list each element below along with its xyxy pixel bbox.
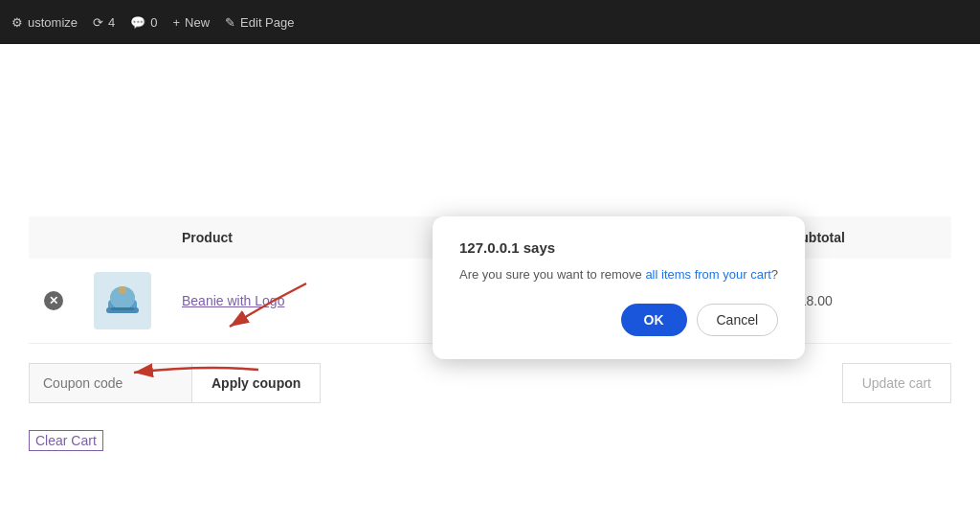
customize-label: ustomize [28,15,78,30]
new-label: New [185,15,210,30]
dialog-title: 127.0.0.1 says [459,239,778,256]
arrow-pointer [115,274,325,354]
cancel-button[interactable]: Cancel [697,304,779,336]
edit-page-label: Edit Page [240,15,294,30]
new-item[interactable]: + New [173,15,211,30]
confirm-dialog: 127.0.0.1 says Are you sure you want to … [433,216,805,359]
recycle-count: 4 [108,15,115,30]
edit-page-item[interactable]: ✎ Edit Page [225,15,294,30]
dialog-message: Are you sure you want to remove all item… [459,265,778,284]
comment-icon: 💬 [130,15,145,30]
page-content: 127.0.0.1 says Are you sure you want to … [0,197,980,521]
recycle-item[interactable]: ⟳ 4 [93,15,115,30]
dialog-buttons: OK Cancel [459,304,778,336]
comment-item[interactable]: 💬 0 [130,15,157,30]
customize-icon: ⚙ [11,15,23,30]
plus-icon: + [173,15,181,30]
customize-item[interactable]: ⚙ ustomize [11,15,78,30]
admin-bar: ⚙ ustomize ⟳ 4 💬 0 + New ✎ Edit Page [0,0,980,44]
dialog-highlight: all items from your cart [645,267,770,282]
pencil-icon: ✎ [225,15,235,30]
dialog-overlay: 127.0.0.1 says Are you sure you want to … [0,197,980,521]
ok-button[interactable]: OK [621,304,687,336]
comment-count: 0 [150,15,157,30]
recycle-icon: ⟳ [93,15,103,30]
